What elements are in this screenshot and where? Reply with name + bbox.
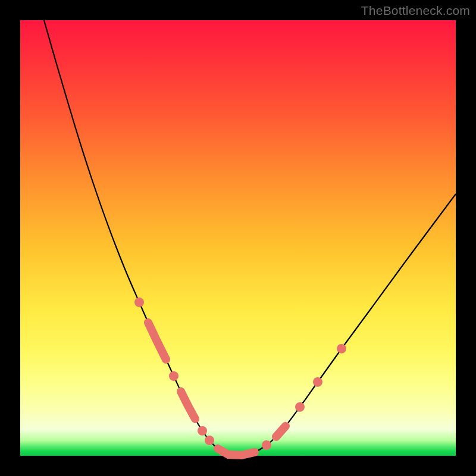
watermark-text: TheBottleneck.com xyxy=(361,4,470,18)
curve-svg xyxy=(20,20,456,456)
bead-segment xyxy=(276,426,286,437)
bead-group xyxy=(134,298,346,455)
bead-segment xyxy=(181,392,195,419)
bead-dot xyxy=(313,377,322,387)
bead-dot xyxy=(337,344,346,353)
bead-dot xyxy=(295,402,305,412)
bead-dot xyxy=(134,298,144,307)
bead-dot xyxy=(198,426,207,436)
bead-segment xyxy=(148,322,166,359)
bead-segment xyxy=(218,449,255,455)
v-curve xyxy=(44,20,456,455)
plot-area xyxy=(20,20,456,456)
outer-frame: TheBottleneck.com xyxy=(0,0,476,476)
bead-dot xyxy=(262,440,271,450)
bead-dot xyxy=(205,436,214,445)
bead-dot xyxy=(169,371,178,381)
